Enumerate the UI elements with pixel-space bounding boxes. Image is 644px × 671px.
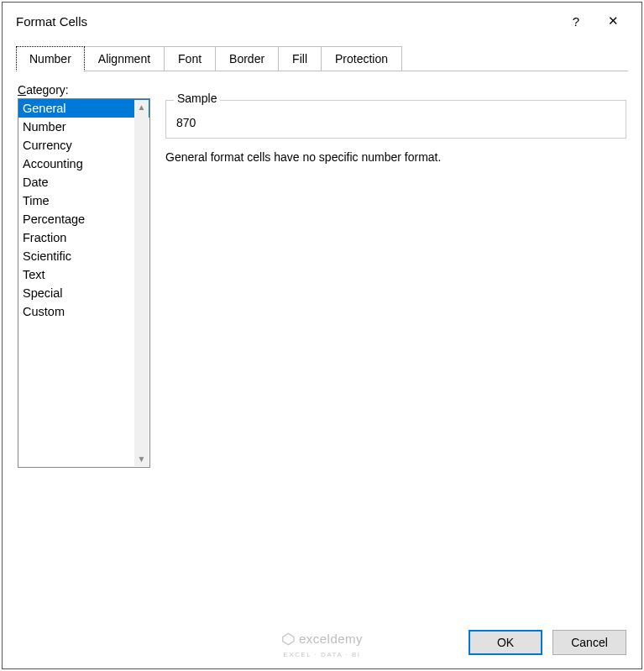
tab-alignment[interactable]: Alignment <box>85 46 165 71</box>
watermark: exceldemy EXCEL · DATA · BI <box>281 632 363 658</box>
footer: exceldemy EXCEL · DATA · BI OK Cancel <box>3 620 641 668</box>
cancel-button[interactable]: Cancel <box>552 630 626 655</box>
titlebar: Format Cells ? ✕ <box>3 3 641 41</box>
category-item-date[interactable]: Date <box>18 173 149 191</box>
category-item-accounting[interactable]: Accounting <box>18 155 149 173</box>
sample-legend: Sample <box>174 92 220 105</box>
category-column: Category: GeneralNumberCurrencyAccountin… <box>18 83 152 620</box>
details-column: Sample 870 General format cells have no … <box>165 83 626 620</box>
watermark-subtext: EXCEL · DATA · BI <box>283 651 360 658</box>
tab-font[interactable]: Font <box>165 46 216 71</box>
tab-strip: NumberAlignmentFontBorderFillProtection <box>3 46 641 71</box>
tab-border[interactable]: Border <box>216 46 279 71</box>
scrollbar[interactable]: ▲ ▼ <box>134 100 149 466</box>
help-button[interactable]: ? <box>558 9 594 33</box>
category-label: Category: <box>18 83 152 98</box>
tab-number[interactable]: Number <box>16 46 85 71</box>
format-description: General format cells have no specific nu… <box>165 150 626 164</box>
content-area: Category: GeneralNumberCurrencyAccountin… <box>3 71 641 620</box>
tab-protection[interactable]: Protection <box>322 46 402 71</box>
scroll-down-icon[interactable]: ▼ <box>134 452 149 466</box>
category-item-time[interactable]: Time <box>18 191 149 210</box>
category-item-fraction[interactable]: Fraction <box>18 228 149 247</box>
category-item-text[interactable]: Text <box>18 265 149 284</box>
watermark-logo-icon <box>281 632 295 646</box>
category-listbox[interactable]: GeneralNumberCurrencyAccountingDateTimeP… <box>18 98 150 468</box>
category-item-custom[interactable]: Custom <box>18 302 149 321</box>
sample-group: Sample 870 <box>165 100 626 139</box>
tab-fill[interactable]: Fill <box>279 46 322 71</box>
scroll-up-icon[interactable]: ▲ <box>134 100 149 114</box>
category-item-percentage[interactable]: Percentage <box>18 210 149 228</box>
close-button[interactable]: ✕ <box>594 9 631 33</box>
sample-value: 870 <box>176 109 615 129</box>
category-item-currency[interactable]: Currency <box>18 136 149 155</box>
ok-button[interactable]: OK <box>469 630 542 655</box>
svg-marker-0 <box>282 633 293 644</box>
watermark-text: exceldemy <box>299 632 363 646</box>
dialog-title: Format Cells <box>16 14 558 29</box>
format-cells-dialog: Format Cells ? ✕ NumberAlignmentFontBord… <box>2 2 642 669</box>
category-item-general[interactable]: General <box>18 99 149 118</box>
category-item-scientific[interactable]: Scientific <box>18 247 149 265</box>
category-item-special[interactable]: Special <box>18 284 149 302</box>
category-item-number[interactable]: Number <box>18 118 149 136</box>
